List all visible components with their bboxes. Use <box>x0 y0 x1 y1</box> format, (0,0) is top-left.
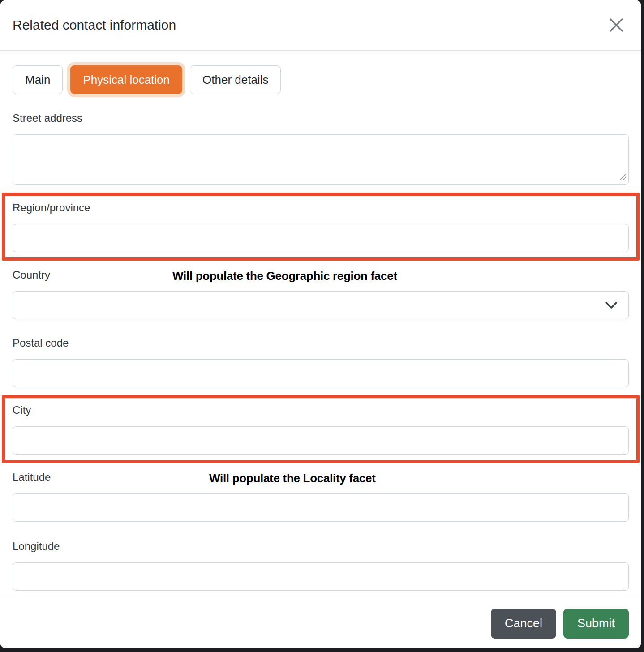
street-address-group: Street address <box>13 112 629 185</box>
tab-main[interactable]: Main <box>13 65 63 94</box>
street-address-textarea[interactable] <box>13 134 629 185</box>
tab-other-details[interactable]: Other details <box>190 65 281 94</box>
longitude-group: Longitude <box>13 540 629 591</box>
latitude-input[interactable] <box>13 493 629 522</box>
region-province-label: Region/province <box>13 201 90 214</box>
tab-physical-location[interactable]: Physical location <box>70 65 182 94</box>
dialog-footer: Cancel Submit <box>0 596 641 648</box>
country-group: Country Will populate the Geographic reg… <box>13 268 629 319</box>
postal-code-label: Postal code <box>13 336 69 350</box>
locality-annotation: Will populate the Locality facet <box>209 472 376 485</box>
longitude-input[interactable] <box>13 562 629 591</box>
cancel-button[interactable]: Cancel <box>491 609 556 639</box>
related-contact-dialog: Related contact information Main Physica… <box>0 0 641 648</box>
country-select[interactable] <box>13 291 629 319</box>
street-address-label: Street address <box>13 112 82 125</box>
postal-code-input[interactable] <box>13 359 629 387</box>
latitude-label: Latitude <box>13 471 51 484</box>
submit-button[interactable]: Submit <box>563 609 629 639</box>
x-icon <box>608 17 625 34</box>
region-province-group: Region/province <box>13 201 629 252</box>
geographic-region-annotation: Will populate the Geographic region face… <box>172 269 397 283</box>
city-input[interactable] <box>13 426 629 455</box>
tab-bar: Main Physical location Other details <box>13 65 629 94</box>
latitude-group: Latitude Will populate the Locality face… <box>13 471 629 522</box>
region-province-highlight-box: Region/province <box>2 193 640 261</box>
city-label: City <box>13 403 31 417</box>
dialog-header: Related contact information <box>0 0 641 51</box>
dialog-title: Related contact information <box>13 16 176 34</box>
dialog-body: Main Physical location Other details Str… <box>0 51 641 596</box>
postal-code-group: Postal code <box>13 336 629 387</box>
close-button[interactable] <box>606 15 626 35</box>
city-highlight-box: City <box>2 395 640 463</box>
country-label: Country <box>13 268 50 282</box>
region-province-input[interactable] <box>13 224 629 252</box>
longitude-label: Longitude <box>13 540 60 553</box>
city-group: City <box>13 403 629 455</box>
